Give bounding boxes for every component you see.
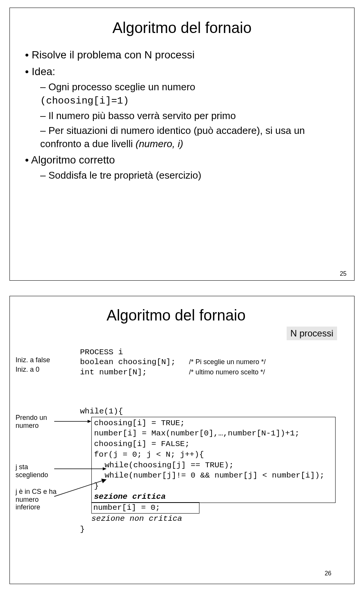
note-init-false: Iniz. a false — [16, 356, 61, 364]
bullet-idea-3: Per situazioni di numero identico (può a… — [40, 124, 339, 151]
code-line: PROCESS i — [80, 347, 266, 357]
bullet-idea-2: Il numero più basso verrà servito per pr… — [40, 109, 339, 123]
code-line: choosing[i] = FALSE; — [94, 439, 333, 449]
slide-25: Algoritmo del fornaio Risolve il problem… — [9, 8, 355, 281]
slide2-title: Algoritmo del fornaio — [107, 307, 246, 324]
bullet-algoritmo-corretto: Algoritmo corretto Soddisfa le tre propr… — [25, 153, 339, 182]
code-line: number[i] = 0; — [93, 503, 198, 513]
code-line: sezione non critica — [91, 514, 338, 524]
bullet-soddisfa: Soddisfa le tre proprietà (esercizio) — [40, 169, 339, 182]
slide-26: Algoritmo del fornaio N processi Iniz. a… — [9, 296, 355, 584]
page-number: 25 — [340, 270, 347, 277]
code-box-top: choosing[i] = TRUE; number[i] = Max(numb… — [91, 417, 336, 503]
note-init-0: Iniz. a 0 — [16, 366, 61, 374]
code-line: for(j = 0; j < N; j++){ — [94, 449, 333, 460]
code-line: while(choosing[j] == TRUE); — [94, 460, 333, 471]
slide1-title: Algoritmo del fornaio — [25, 19, 339, 36]
code-line: choosing[i] = TRUE; — [94, 418, 333, 429]
code-line: boolean choosing[N]; /* Pi sceglie un nu… — [80, 357, 266, 367]
bullet-idea: Idea: Ogni processo sceglie un numero (c… — [25, 64, 339, 151]
code-line: int number[N]; /* ultimo numero scelto *… — [80, 368, 266, 377]
code-line: number[i] = Max(number[0],…,number[N-1])… — [94, 428, 333, 439]
code-line: } — [80, 524, 338, 535]
code-line: while(number[j]!= 0 && number[j] < numbe… — [94, 470, 333, 481]
code-line: } — [94, 481, 333, 492]
declarations: PROCESS i boolean choosing[N]; /* Pi sce… — [80, 347, 266, 377]
slide1-bullets: Risolve il problema con N processi Idea:… — [25, 48, 339, 182]
code-box-bottom: number[i] = 0; — [91, 502, 199, 514]
code-line: sezione critica — [94, 492, 333, 502]
n-processi-badge: N processi — [287, 327, 337, 340]
code-block: while(1){ choosing[i] = TRUE; number[i] … — [80, 406, 338, 535]
page-number: 26 — [325, 570, 331, 577]
code-line: while(1){ — [80, 406, 338, 417]
bullet-risolve: Risolve il problema con N processi — [25, 48, 339, 62]
bullet-idea-1: Ogni processo sceglie un numero (choosin… — [40, 80, 339, 108]
